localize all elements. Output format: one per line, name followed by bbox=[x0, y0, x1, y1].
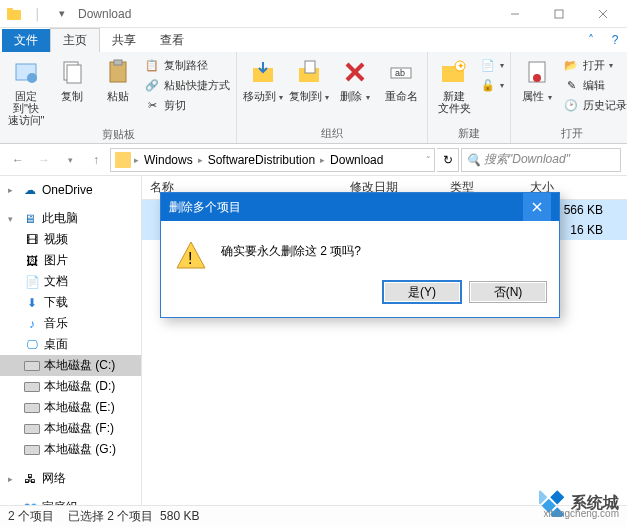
paste-shortcut-button[interactable]: 🔗粘贴快捷方式 bbox=[142, 76, 232, 94]
shortcut-icon: 🔗 bbox=[144, 77, 160, 93]
ribbon-group-new: ✦ 新建 文件夹 📄▾ 🔓▾ 新建 bbox=[428, 52, 511, 143]
move-to-button[interactable]: 移动到 ▾ bbox=[241, 54, 285, 103]
status-bar: 2 个项目 已选择 2 个项目 580 KB bbox=[0, 505, 627, 527]
downloads-icon: ⬇ bbox=[24, 295, 40, 311]
address-bar[interactable]: ▸ Windows ▸ SoftwareDistribution ▸ Downl… bbox=[110, 148, 435, 172]
status-item-count: 2 个项目 bbox=[8, 508, 54, 525]
tree-music[interactable]: ♪音乐 bbox=[0, 313, 141, 334]
copyto-icon bbox=[293, 56, 325, 88]
svg-text:ab: ab bbox=[395, 68, 405, 78]
group-label: 组织 bbox=[241, 125, 423, 143]
drive-icon bbox=[24, 358, 40, 374]
cut-button[interactable]: ✂剪切 bbox=[142, 96, 232, 114]
ribbon-collapse-button[interactable]: ˄ bbox=[579, 28, 603, 52]
tree-drive-f[interactable]: 本地磁盘 (F:) bbox=[0, 418, 141, 439]
search-input[interactable]: 🔍 搜索"Download" bbox=[461, 148, 621, 172]
close-button[interactable] bbox=[581, 0, 625, 28]
tree-drive-c[interactable]: 本地磁盘 (C:) bbox=[0, 355, 141, 376]
chevron-right-icon[interactable]: ▸ bbox=[133, 155, 140, 165]
minimize-button[interactable] bbox=[493, 0, 537, 28]
chevron-right-icon[interactable]: ▸ bbox=[319, 155, 326, 165]
rename-button[interactable]: ab 重命名 bbox=[379, 54, 423, 102]
dialog-no-button[interactable]: 否(N) bbox=[469, 281, 547, 303]
pc-icon: 🖥 bbox=[22, 211, 38, 227]
ribbon-group-organize: 移动到 ▾ 复制到 ▾ 删除 ▾ ab 重命名 组织 bbox=[237, 52, 428, 143]
group-label: 新建 bbox=[432, 125, 506, 143]
new-folder-button[interactable]: ✦ 新建 文件夹 bbox=[432, 54, 476, 114]
confirm-delete-dialog: 删除多个项目 ! 确实要永久删除这 2 项吗? 是(Y) 否(N) bbox=[160, 192, 560, 318]
close-icon bbox=[532, 202, 542, 212]
qat-separator-icon: │ bbox=[30, 6, 46, 22]
dialog-titlebar[interactable]: 删除多个项目 bbox=[161, 193, 559, 221]
delete-icon bbox=[339, 56, 371, 88]
delete-button[interactable]: 删除 ▾ bbox=[333, 54, 377, 103]
drive-icon bbox=[24, 400, 40, 416]
help-button[interactable]: ? bbox=[603, 28, 627, 52]
history-button[interactable]: 🕑历史记录 bbox=[561, 96, 627, 114]
dialog-yes-button[interactable]: 是(Y) bbox=[383, 281, 461, 303]
tree-homegroup[interactable]: ▸👥家庭组 bbox=[0, 497, 141, 505]
back-button[interactable]: ← bbox=[6, 148, 30, 172]
tab-home[interactable]: 主页 bbox=[50, 28, 100, 52]
ribbon: 固定到"快 速访问" 复制 粘贴 📋复制路径 🔗粘贴快捷方式 ✂剪切 剪贴板 移… bbox=[0, 52, 627, 144]
svg-rect-9 bbox=[67, 65, 81, 83]
easy-access-button[interactable]: 🔓▾ bbox=[478, 76, 506, 94]
copy-path-button[interactable]: 📋复制路径 bbox=[142, 56, 232, 74]
warning-icon: ! bbox=[175, 239, 207, 271]
forward-button[interactable]: → bbox=[32, 148, 56, 172]
drive-icon bbox=[24, 421, 40, 437]
breadcrumb-segment[interactable]: SoftwareDistribution bbox=[204, 153, 319, 167]
recent-locations-button[interactable]: ▾ bbox=[58, 148, 82, 172]
ribbon-group-open: 属性 ▾ 📂打开 ▾ ✎编辑 🕑历史记录 打开 bbox=[511, 52, 627, 143]
tree-drive-e[interactable]: 本地磁盘 (E:) bbox=[0, 397, 141, 418]
tree-drive-g[interactable]: 本地磁盘 (G:) bbox=[0, 439, 141, 460]
tree-thispc[interactable]: ▾🖥此电脑 bbox=[0, 208, 141, 229]
tree-network[interactable]: ▸🖧网络 bbox=[0, 468, 141, 489]
tab-file[interactable]: 文件 bbox=[2, 29, 50, 52]
breadcrumb-segment[interactable]: Windows bbox=[140, 153, 197, 167]
tree-downloads[interactable]: ⬇下载 bbox=[0, 292, 141, 313]
tree-documents[interactable]: 📄文档 bbox=[0, 271, 141, 292]
svg-rect-11 bbox=[114, 60, 122, 65]
chevron-down-icon[interactable]: ˅ bbox=[425, 155, 432, 165]
music-icon: ♪ bbox=[24, 316, 40, 332]
navbar: ← → ▾ ↑ ▸ Windows ▸ SoftwareDistribution… bbox=[0, 144, 627, 176]
copy-button[interactable]: 复制 bbox=[50, 54, 94, 102]
group-label: 打开 bbox=[515, 125, 627, 143]
group-label: 剪贴板 bbox=[4, 126, 232, 144]
open-button[interactable]: 📂打开 ▾ bbox=[561, 56, 627, 74]
maximize-button[interactable] bbox=[537, 0, 581, 28]
folder-icon bbox=[115, 152, 131, 168]
watermark: 系统城 xitongcheng.com bbox=[539, 489, 619, 517]
tab-view[interactable]: 查看 bbox=[148, 29, 196, 52]
new-item-button[interactable]: 📄▾ bbox=[478, 56, 506, 74]
pin-quickaccess-button[interactable]: 固定到"快 速访问" bbox=[4, 54, 48, 126]
dialog-message: 确实要永久删除这 2 项吗? bbox=[221, 239, 361, 260]
chevron-down-icon[interactable]: ▾ bbox=[54, 6, 70, 22]
tree-pictures[interactable]: 🖼图片 bbox=[0, 250, 141, 271]
edit-button[interactable]: ✎编辑 bbox=[561, 76, 627, 94]
moveto-icon bbox=[247, 56, 279, 88]
up-button[interactable]: ↑ bbox=[84, 148, 108, 172]
folder-icon bbox=[6, 6, 22, 22]
tree-desktop[interactable]: 🖵桌面 bbox=[0, 334, 141, 355]
paste-button[interactable]: 粘贴 bbox=[96, 54, 140, 102]
tab-share[interactable]: 共享 bbox=[100, 29, 148, 52]
refresh-button[interactable]: ↻ bbox=[437, 148, 459, 172]
new-folder-icon: ✦ bbox=[438, 56, 470, 88]
network-icon: 🖧 bbox=[22, 471, 38, 487]
dialog-close-button[interactable] bbox=[523, 193, 551, 221]
video-icon: 🎞 bbox=[24, 232, 40, 248]
breadcrumb-segment[interactable]: Download bbox=[326, 153, 387, 167]
newitem-icon: 📄 bbox=[480, 57, 496, 73]
ribbon-tabs: 文件 主页 共享 查看 ˄ ? bbox=[0, 28, 627, 52]
chevron-right-icon[interactable]: ▸ bbox=[197, 155, 204, 165]
nav-tree[interactable]: ▸☁OneDrive ▾🖥此电脑 🎞视频 🖼图片 📄文档 ⬇下载 ♪音乐 🖵桌面… bbox=[0, 176, 142, 505]
easyaccess-icon: 🔓 bbox=[480, 77, 496, 93]
tree-videos[interactable]: 🎞视频 bbox=[0, 229, 141, 250]
properties-button[interactable]: 属性 ▾ bbox=[515, 54, 559, 103]
tree-onedrive[interactable]: ▸☁OneDrive bbox=[0, 180, 141, 200]
tree-drive-d[interactable]: 本地磁盘 (D:) bbox=[0, 376, 141, 397]
copy-to-button[interactable]: 复制到 ▾ bbox=[287, 54, 331, 103]
cloud-icon: ☁ bbox=[22, 182, 38, 198]
